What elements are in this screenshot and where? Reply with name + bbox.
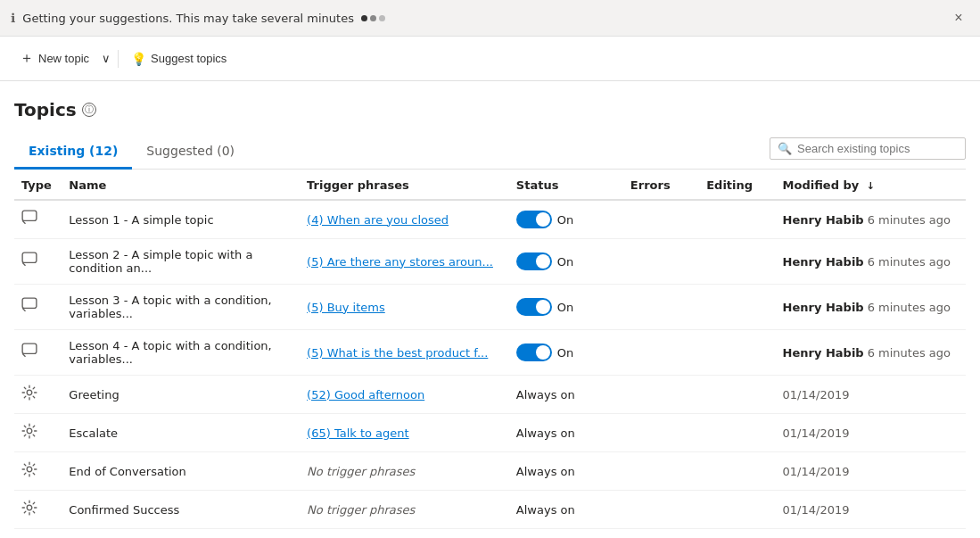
cell-status[interactable]: On	[509, 330, 623, 376]
tab-suggested[interactable]: Suggested (0)	[132, 135, 249, 170]
modified-date: 01/14/2019	[783, 503, 850, 517]
status-toggle[interactable]	[516, 298, 552, 316]
cell-errors	[623, 414, 699, 452]
cell-type	[14, 330, 62, 376]
cell-modified: 01/14/2019	[776, 491, 966, 529]
notification-close-button[interactable]: ×	[948, 7, 969, 29]
new-topic-button[interactable]: ＋ New topic	[11, 44, 98, 73]
cell-trigger[interactable]: (5) Are there any stores aroun...	[300, 239, 509, 285]
cell-status: Always on	[509, 452, 623, 491]
cell-trigger[interactable]: (4) When are you closed	[300, 200, 509, 239]
dropdown-arrow-button[interactable]: ∨	[98, 46, 114, 70]
modified-time: 6 minutes ago	[868, 301, 951, 314]
trigger-link[interactable]: (4) When are you closed	[307, 213, 449, 227]
cell-type	[14, 414, 62, 452]
page-title: Topics	[14, 99, 77, 120]
suggest-topics-button[interactable]: 💡 Suggest topics	[122, 46, 235, 71]
cell-type	[14, 239, 62, 285]
cell-type	[14, 491, 62, 529]
search-input[interactable]	[797, 142, 958, 155]
cell-editing	[699, 239, 775, 285]
chevron-down-icon: ∨	[102, 52, 111, 65]
cell-trigger[interactable]: (52) Good afternoon	[300, 376, 509, 414]
svg-rect-4	[22, 298, 37, 308]
cell-status[interactable]: On	[509, 239, 623, 285]
toggle-label: On	[557, 346, 573, 360]
trigger-link[interactable]: (65) Talk to agent	[307, 426, 409, 440]
cell-status: Always on	[509, 491, 623, 529]
toolbar-separator	[118, 50, 119, 68]
always-on-label: Always on	[516, 465, 575, 478]
system-icon	[21, 387, 37, 404]
toolbar: ＋ New topic ∨ 💡 Suggest topics	[0, 37, 980, 81]
cell-type	[14, 452, 62, 491]
trigger-link[interactable]: (5) Buy items	[307, 301, 385, 314]
svg-rect-6	[22, 343, 37, 353]
cell-status[interactable]: On	[509, 285, 623, 330]
cell-trigger: No trigger phrases	[300, 452, 509, 491]
system-icon	[21, 464, 37, 481]
new-topic-label: New topic	[38, 52, 89, 65]
toggle-wrapper: On	[516, 298, 616, 316]
cell-type	[14, 376, 62, 414]
page-title-row: Topics ⓘ	[14, 99, 966, 120]
modified-date: 01/14/2019	[783, 465, 850, 478]
page-content: Topics ⓘ Existing (12) Suggested (0) 🔍 T…	[0, 81, 980, 538]
topics-info-icon[interactable]: ⓘ	[82, 103, 96, 117]
cell-name: Greeting	[62, 376, 300, 414]
suggest-topics-label: Suggest topics	[151, 52, 226, 65]
cell-name: Lesson 4 - A topic with a condition, var…	[62, 330, 300, 376]
lightbulb-icon: 💡	[131, 52, 146, 66]
toggle-label: On	[557, 301, 573, 314]
table-row: Lesson 2 - A simple topic with a conditi…	[14, 239, 966, 285]
cell-trigger: No trigger phrases	[300, 529, 509, 539]
cell-editing	[699, 376, 775, 414]
cell-errors	[623, 330, 699, 376]
always-on-label: Always on	[516, 426, 575, 440]
table-row: Lesson 1 - A simple topic(4) When are yo…	[14, 200, 966, 239]
no-trigger-text: No trigger phrases	[307, 465, 415, 478]
trigger-link[interactable]: (5) Are there any stores aroun...	[307, 255, 493, 269]
search-icon: 🔍	[778, 142, 792, 155]
cell-name: Escalate	[62, 414, 300, 452]
no-trigger-text: No trigger phrases	[307, 503, 415, 517]
toggle-label: On	[557, 255, 573, 269]
cell-trigger[interactable]: (5) What is the best product f...	[300, 330, 509, 376]
status-toggle[interactable]	[516, 211, 552, 228]
cell-modified: Henry Habib6 minutes ago	[776, 200, 966, 239]
cell-trigger[interactable]: (5) Buy items	[300, 285, 509, 330]
cell-type	[14, 285, 62, 330]
status-toggle[interactable]	[516, 343, 552, 361]
cell-modified: 01/14/2019	[776, 376, 966, 414]
cell-status: Always on	[509, 376, 623, 414]
conversation-icon	[21, 345, 37, 362]
status-toggle[interactable]	[516, 252, 552, 270]
trigger-link[interactable]: (5) What is the best product f...	[307, 346, 488, 360]
search-box: 🔍	[770, 137, 966, 160]
cell-trigger[interactable]: (65) Talk to agent	[300, 414, 509, 452]
cell-editing	[699, 452, 775, 491]
loading-dots	[361, 15, 385, 21]
table-row: Greeting(52) Good afternoonAlways on01/1…	[14, 376, 966, 414]
cell-status[interactable]: On	[509, 200, 623, 239]
cell-editing	[699, 285, 775, 330]
cell-errors	[623, 239, 699, 285]
svg-point-8	[27, 390, 32, 395]
trigger-link[interactable]: (52) Good afternoon	[307, 388, 424, 401]
cell-errors	[623, 491, 699, 529]
cell-name: Confirmed Failure	[62, 529, 300, 539]
table-row: Escalate(65) Talk to agentAlways on01/14…	[14, 414, 966, 452]
cell-modified: 01/14/2019	[776, 452, 966, 491]
modified-time: 6 minutes ago	[868, 255, 951, 269]
col-header-modified[interactable]: Modified by ↓	[776, 170, 966, 200]
sort-arrow-icon: ↓	[867, 180, 875, 192]
modified-name: Henry Habib	[783, 301, 864, 314]
modified-name: Henry Habib	[783, 346, 864, 360]
tab-existing[interactable]: Existing (12)	[14, 135, 132, 170]
modified-date: 01/14/2019	[783, 388, 850, 401]
tabs: Existing (12) Suggested (0)	[14, 135, 249, 169]
cell-name: Lesson 1 - A simple topic	[62, 200, 300, 239]
col-header-editing: Editing	[699, 170, 775, 200]
table-body: Lesson 1 - A simple topic(4) When are yo…	[14, 200, 966, 538]
cell-editing	[699, 529, 775, 539]
